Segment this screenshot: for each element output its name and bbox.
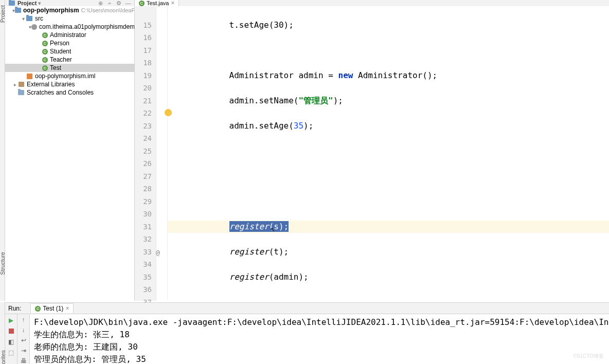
print-icon[interactable]: 🖶 <box>20 357 28 364</box>
class-file-icon: C <box>139 1 145 6</box>
line-number[interactable]: 15 <box>135 19 152 32</box>
run-tool-window: Run: C Test (1) × ▶ ◧ ⬚ ↑ ↓ ↩ ⇥ 🖶 F:\dev… <box>5 302 609 364</box>
line-number[interactable]: 31 <box>135 221 152 233</box>
line-number[interactable]: 18 <box>135 57 152 69</box>
library-icon <box>17 81 25 88</box>
pin-tab-icon[interactable]: ⬚ <box>7 349 15 357</box>
rerun-icon[interactable]: ▶ <box>7 316 15 324</box>
code-method-call: register <box>229 247 269 257</box>
package-icon <box>31 23 37 30</box>
close-run-tab-icon[interactable]: × <box>65 305 69 312</box>
line-number[interactable]: 23 <box>135 120 152 133</box>
tree-class-label: Administrator <box>50 31 86 39</box>
code-keyword: new <box>338 70 353 80</box>
console-output-line: 老师的信息为: 王建国, 30 <box>34 341 605 353</box>
tree-package-label: com.itheima.a01polymorphismdemo1 <box>39 23 135 30</box>
run-config-tab[interactable]: C Test (1) × <box>30 303 74 313</box>
tree-scratches-label: Scratches and Consoles <box>27 89 94 96</box>
tree-package[interactable]: com.itheima.a01polymorphismdemo1 <box>5 23 134 31</box>
tree-class-label: Person <box>50 40 69 47</box>
expand-all-icon[interactable]: ÷ <box>106 0 113 6</box>
line-number[interactable]: 29 <box>135 195 152 208</box>
tree-arrow-icon[interactable] <box>21 16 26 22</box>
line-number[interactable]: 19 <box>135 69 152 82</box>
project-dropdown-arrow[interactable]: ▾ <box>38 0 41 7</box>
scroll-to-end-icon[interactable]: ⇥ <box>20 347 28 354</box>
tree-external-libraries[interactable]: External Libraries <box>5 80 134 88</box>
tree-ext-label: External Libraries <box>27 81 75 88</box>
code-text <box>170 272 229 282</box>
override-gutter-mark[interactable]: @ <box>156 249 160 257</box>
tree-root[interactable]: oop-polymorphism C:\Users\moon\IdeaProje <box>5 6 134 14</box>
code-text: Administrator admin = <box>170 70 338 80</box>
run-tab-icon: C <box>35 306 41 312</box>
line-number[interactable]: 27 <box>135 170 152 183</box>
line-number[interactable]: 25 <box>135 145 152 158</box>
console-output-line: 管理员的信息为: 管理员, 35 <box>34 353 605 364</box>
line-number[interactable]: 30 <box>135 208 152 221</box>
code-text: t.setAge(30); <box>170 20 294 30</box>
code-editor[interactable]: t.setAge(30); Administrator admin = new … <box>168 6 609 301</box>
line-number[interactable]: 16 <box>135 31 152 44</box>
project-side-tab[interactable]: Project <box>0 5 6 23</box>
watermark-text: ©51CTO博客 <box>574 353 604 360</box>
code-text: admin.setAge( <box>170 121 294 131</box>
tree-class-teacher[interactable]: C Teacher <box>5 56 134 64</box>
tree-class-administrator[interactable]: C Administrator <box>5 31 134 39</box>
line-number[interactable]: 35 <box>135 271 152 284</box>
code-text <box>170 247 229 257</box>
code-text: (admin); <box>269 272 309 282</box>
tree-class-student[interactable]: C Student <box>5 47 134 56</box>
line-number[interactable]: 36 <box>135 283 152 296</box>
hide-panel-icon[interactable]: — <box>125 0 131 6</box>
settings-gear-icon[interactable]: ⚙ <box>116 0 122 6</box>
console-output-line: 学生的信息为: 张三, 18 <box>34 329 605 341</box>
line-number[interactable]: 24 <box>135 132 152 145</box>
up-stack-icon[interactable]: ↑ <box>20 316 28 324</box>
code-method-call: register <box>229 272 269 282</box>
tree-class-label: Test <box>50 64 61 71</box>
layout-settings-icon[interactable]: ◧ <box>7 338 15 346</box>
code-text: admin.setName( <box>170 96 298 105</box>
tree-src[interactable]: src <box>5 14 134 23</box>
editor-area: 15 16 17 18 19 20 21 22 23 24 25 26 27 2… <box>135 6 609 301</box>
stop-icon[interactable] <box>7 327 15 335</box>
line-number-gutter: 15 16 17 18 19 20 21 22 23 24 25 26 27 2… <box>135 6 156 301</box>
line-number[interactable]: 20 <box>135 82 152 95</box>
code-text: ); <box>333 96 343 105</box>
gutter-icons: @ <box>156 6 168 301</box>
line-number[interactable]: 34 <box>135 258 152 271</box>
tree-class-person[interactable]: C Person <box>5 39 134 47</box>
line-number[interactable] <box>135 6 152 19</box>
code-text: (t); <box>269 247 289 257</box>
code-text <box>170 222 229 231</box>
code-text: Administrator(); <box>353 70 437 80</box>
structure-side-tab[interactable]: Structure <box>0 252 6 275</box>
project-tree[interactable]: oop-polymorphism C:\Users\moon\IdeaProje… <box>5 6 135 301</box>
tree-iml[interactable]: oop-polymorphism.iml <box>5 72 134 80</box>
console-command-line: F:\develop\JDK\bin\java.exe -javaagent:F… <box>34 316 605 329</box>
line-number[interactable]: 17 <box>135 44 152 57</box>
console-output[interactable]: F:\develop\JDK\bin\java.exe -javaagent:F… <box>30 314 609 364</box>
tree-root-label: oop-polymorphism <box>23 7 79 14</box>
tree-arrow-icon[interactable] <box>12 82 17 87</box>
tree-class-test[interactable]: C Test <box>5 64 134 72</box>
line-number[interactable]: 28 <box>135 183 152 195</box>
down-stack-icon[interactable]: ↓ <box>20 326 28 334</box>
select-opened-file-icon[interactable]: ⊕ <box>97 0 103 6</box>
editor-tabs-bar: C Test.java × <box>135 0 609 6</box>
line-number[interactable]: 21 <box>135 95 152 107</box>
tree-class-label: Teacher <box>50 56 72 63</box>
tree-src-label: src <box>35 15 43 22</box>
line-number[interactable]: 32 <box>135 233 152 246</box>
line-number[interactable]: 33 <box>135 246 152 259</box>
java-class-icon: C <box>42 57 48 63</box>
line-number[interactable]: 22 <box>135 107 152 120</box>
run-panel-header: Run: C Test (1) × <box>5 303 609 314</box>
line-number[interactable]: 26 <box>135 157 152 170</box>
java-class-icon: C <box>42 49 48 54</box>
tree-scratches[interactable]: Scratches and Consoles <box>5 88 134 97</box>
editor-tab-test[interactable]: C Test.java × <box>135 0 179 6</box>
soft-wrap-icon[interactable]: ↩ <box>20 337 28 344</box>
run-tab-label: Test (1) <box>43 305 63 312</box>
